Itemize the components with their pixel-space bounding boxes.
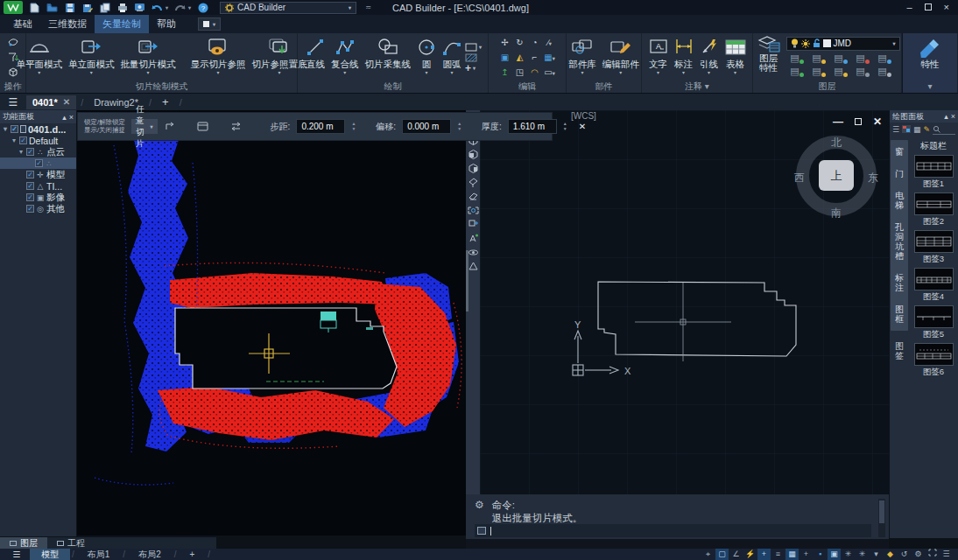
checkbox[interactable]: ✓ (26, 148, 34, 156)
close-button[interactable]: × (944, 3, 949, 12)
crosshair-icon[interactable]: + (800, 549, 813, 560)
titleblock-thumbnail[interactable] (914, 155, 954, 178)
close-panel-icon[interactable]: × (69, 113, 74, 122)
divider-handle[interactable] (466, 250, 468, 312)
annotation-visibility-icon[interactable]: ✳ (842, 549, 855, 560)
rotate-icon[interactable]: ↻ (516, 38, 523, 47)
tab-vector-draw[interactable]: 矢量绘制 (95, 15, 149, 33)
viewport-restore-icon[interactable] (855, 117, 862, 126)
close-panel-icon[interactable]: × (951, 112, 955, 121)
layer-match-icon[interactable]: ▤ (830, 66, 848, 77)
point-tool-icon[interactable]: +▾ (465, 64, 482, 73)
single-plane-mode-button[interactable]: 单平面模式▾ (14, 34, 66, 80)
view-cube-front-icon[interactable] (468, 149, 479, 160)
compass-north[interactable]: 北 (831, 136, 842, 150)
tab-layers[interactable]: 图层 (0, 537, 47, 549)
table-button[interactable]: 表格▾ (722, 34, 749, 80)
tab-model[interactable]: 模型 (30, 549, 70, 560)
tree-item-default[interactable]: ▾✓Default (0, 135, 76, 146)
line-button[interactable]: 直线 (304, 34, 328, 80)
pointcloud-viewport[interactable] (77, 110, 466, 536)
offset-input[interactable] (402, 119, 451, 134)
panel-menu-icon[interactable]: ☰ (0, 96, 26, 108)
checkbox[interactable]: ✓ (19, 136, 27, 144)
view-iso2-icon[interactable] (468, 191, 479, 202)
annotation-scale-icon[interactable]: ▣ (828, 549, 841, 560)
polar-tracking-icon[interactable]: ∠ (729, 549, 743, 560)
rectangle-tool-icon[interactable]: ▾ (465, 43, 482, 52)
tree-item-model[interactable]: ✓✛模型 (0, 169, 76, 180)
search-input[interactable] (933, 125, 955, 135)
minimize-button[interactable]: – (906, 3, 912, 12)
pin-icon[interactable]: ▴ (944, 112, 948, 121)
coords-icon[interactable]: ⌖ (701, 549, 715, 560)
break-icon[interactable]: ∕▾ (547, 38, 552, 47)
category-titleblock[interactable]: 图签 (894, 341, 905, 360)
checkbox[interactable]: ✓ (35, 159, 43, 167)
fillet-icon[interactable]: ◠ (531, 67, 539, 77)
scale-dropdown-icon[interactable]: ▾ (870, 549, 883, 560)
view-iso-icon[interactable] (468, 177, 479, 188)
tree-item-pointcloud-child[interactable]: ✓∴ (0, 158, 76, 169)
stretch-icon[interactable]: ↥ (501, 67, 508, 77)
command-scrollbar[interactable] (878, 499, 885, 537)
layer-on-icon[interactable]: ▤ (786, 52, 804, 64)
tab-basic[interactable]: 基础 (5, 15, 40, 33)
compass-south[interactable]: 南 (831, 206, 842, 220)
orbit-view-icon[interactable] (468, 247, 479, 258)
checkbox[interactable]: ✓ (26, 193, 34, 201)
batch-slice-mode-button[interactable]: 批量切片模式▾ (118, 34, 179, 80)
doc-tab-0401[interactable]: 0401*✕ (26, 95, 76, 109)
arc-button[interactable]: 圆弧▾ (440, 34, 464, 80)
slice-mode-dropdown[interactable]: 任意切片▾ (131, 119, 158, 134)
hatch-tool-icon[interactable] (465, 53, 482, 62)
layout-menu-icon[interactable]: ☰ (5, 550, 28, 559)
brush-icon[interactable]: ✎ (924, 125, 931, 134)
titleblock-thumbnail[interactable] (914, 192, 954, 215)
thickness-input[interactable] (508, 119, 557, 134)
titleblock-item-5[interactable]: 图签5 (914, 305, 954, 340)
category-holes[interactable]: 孔洞坑槽 (894, 222, 905, 261)
viewport-close-icon[interactable]: ✕ (873, 117, 882, 126)
snap-mode-icon[interactable]: ▢ (715, 549, 729, 560)
layer-selector[interactable]: JMD ▾ (786, 37, 900, 51)
pin-icon[interactable]: ▴ (62, 113, 67, 122)
checkbox[interactable]: ✓ (26, 171, 34, 178)
grid-view-icon[interactable]: ▦ (913, 125, 921, 134)
offset-spinner[interactable]: ▲▼ (457, 122, 461, 131)
offset-icon[interactable]: ◳ (516, 67, 524, 77)
undo-status-icon[interactable]: ↺ (898, 549, 911, 560)
layer-prev-icon[interactable]: ▤ (852, 66, 870, 77)
fullscreen-icon[interactable] (926, 549, 939, 560)
expand-icon[interactable]: ▾ (18, 148, 25, 156)
capture-icon[interactable] (134, 2, 145, 13)
tree-item-document[interactable]: ▾✓0401.d... (0, 123, 76, 135)
new-file-icon[interactable] (29, 2, 40, 13)
slice-save-icon[interactable] (197, 120, 208, 134)
match-properties-button[interactable]: 特性 (914, 34, 946, 80)
titleblock-item-4[interactable]: 图签4 (914, 268, 954, 303)
region-icon[interactable]: ◔ (532, 38, 537, 47)
compass-east[interactable]: 东 (868, 171, 878, 186)
layer-thaw-icon[interactable]: ▤ (786, 66, 804, 77)
layer-lock-icon[interactable]: ▤ (852, 52, 870, 64)
maximize-button[interactable] (925, 3, 932, 12)
workspace-selector[interactable]: CAD Builder ▾ (220, 2, 356, 14)
new-doc-tab-button[interactable]: + (156, 94, 175, 110)
redo-icon[interactable] (174, 2, 186, 13)
help-icon[interactable]: ? (197, 2, 208, 13)
titleblock-thumbnail[interactable] (914, 230, 954, 253)
category-door[interactable]: 门 (894, 169, 905, 178)
toolbar-collapse-icon[interactable]: ≂ (363, 2, 374, 13)
checkbox[interactable]: ✓ (11, 125, 18, 133)
expand-icon[interactable]: ▾ (11, 136, 18, 144)
clip-cube-icon[interactable] (468, 219, 479, 230)
checkbox[interactable]: ✓ (26, 205, 34, 213)
grid-icon[interactable]: ▦ (785, 549, 799, 560)
circle-button[interactable]: 圆▾ (414, 34, 439, 80)
titleblock-item-2[interactable]: 图签2 (914, 192, 954, 228)
tab-help[interactable]: 帮助 (149, 15, 184, 33)
layer-off-icon[interactable]: ▤ (808, 52, 826, 64)
layer-properties-button[interactable]: 图层 特性 (755, 34, 783, 80)
walk-view-icon[interactable] (468, 233, 479, 244)
